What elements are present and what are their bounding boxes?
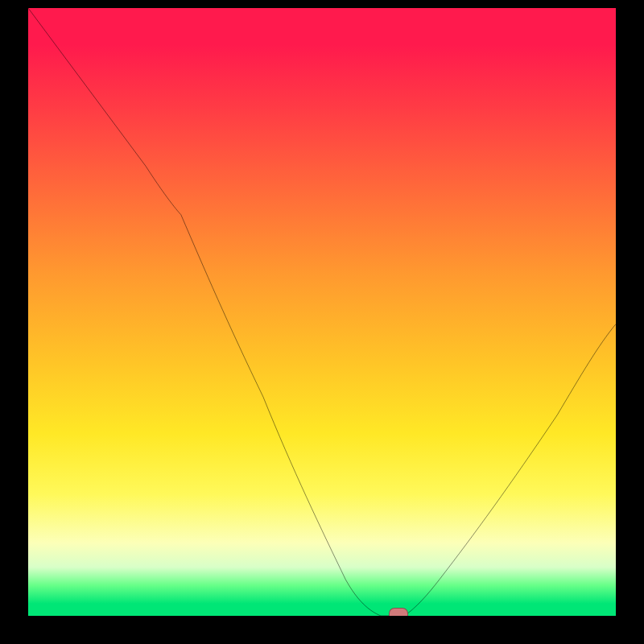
optimal-point-marker <box>389 608 408 616</box>
bottleneck-curve <box>28 8 616 616</box>
plot-area <box>28 8 616 616</box>
chart-frame: TheBottleneck.com <box>0 0 644 644</box>
